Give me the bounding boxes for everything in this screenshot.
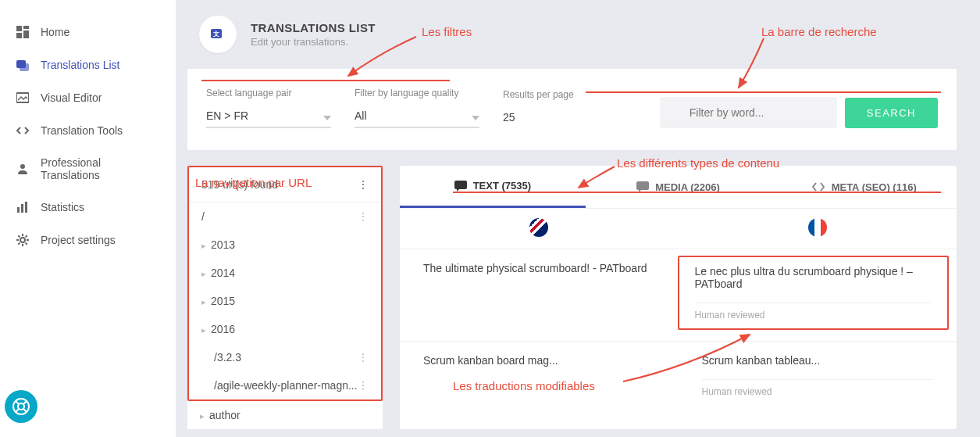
caret-right-icon: ▸ bbox=[201, 269, 206, 278]
svg-point-25 bbox=[18, 403, 24, 410]
search-button[interactable]: SEARCH bbox=[845, 98, 938, 128]
sidebar-item-label: Project settings bbox=[41, 234, 116, 246]
target-text[interactable]: Scrum kanban tableau... Human reviewed bbox=[679, 354, 957, 397]
svg-rect-5 bbox=[20, 63, 29, 71]
sidebar-item-label: Home bbox=[41, 26, 69, 38]
annotation-line bbox=[201, 80, 450, 81]
translations-panel: TEXT (7535) MEDIA (2206) META (SEO) (116… bbox=[400, 166, 957, 429]
translation-status: Human reviewed bbox=[695, 303, 932, 321]
svg-text:文: 文 bbox=[212, 30, 219, 38]
url-item[interactable]: ▸2013 bbox=[189, 231, 381, 259]
sidebar-item-statistics[interactable]: Statistics bbox=[0, 191, 176, 224]
url-item[interactable]: / ⋮ bbox=[189, 202, 381, 231]
source-text[interactable]: The ultimate physical scrumboard! - PATb… bbox=[400, 262, 684, 324]
svg-line-29 bbox=[23, 409, 27, 412]
chevron-down-icon bbox=[472, 116, 479, 120]
annotation-line bbox=[586, 91, 941, 93]
more-icon[interactable]: ⋮ bbox=[358, 351, 369, 364]
more-icon[interactable]: ⋮ bbox=[358, 379, 369, 392]
svg-rect-8 bbox=[17, 207, 20, 213]
sidebar-item-label: Translations List bbox=[41, 59, 119, 71]
search-input[interactable] bbox=[660, 97, 837, 128]
quality-select[interactable]: All bbox=[355, 109, 479, 128]
filter-results-per-page: Results per page 25 bbox=[503, 89, 597, 128]
caret-right-icon: ▸ bbox=[201, 325, 206, 335]
filter-label: Filter by language quality bbox=[355, 88, 479, 99]
flag-uk-icon bbox=[529, 218, 548, 237]
select-value: EN > FR bbox=[206, 109, 248, 122]
results-per-page-select[interactable]: 25 bbox=[503, 111, 597, 128]
annotation-line bbox=[453, 192, 941, 193]
translation-row: The ultimate physical scrumboard! - PATb… bbox=[400, 249, 957, 341]
url-item[interactable]: ▸author bbox=[187, 401, 383, 429]
main-content: 文 TRANSLATIONS LIST Edit your translatio… bbox=[176, 0, 980, 437]
svg-rect-9 bbox=[21, 204, 23, 213]
filter-label: Select language pair bbox=[206, 88, 331, 99]
svg-rect-2 bbox=[23, 30, 29, 38]
lifebuoy-icon bbox=[12, 397, 30, 416]
dashboard-icon bbox=[16, 25, 30, 39]
svg-point-11 bbox=[20, 238, 25, 242]
svg-rect-18 bbox=[636, 181, 649, 190]
sidebar-item-label: Statistics bbox=[41, 201, 84, 213]
sidebar-item-label: Translation Tools bbox=[41, 124, 123, 137]
flag-fr-icon bbox=[808, 218, 827, 237]
tab-media[interactable]: MEDIA (2206) bbox=[586, 166, 772, 208]
svg-rect-10 bbox=[25, 202, 27, 213]
more-icon[interactable]: ⋮ bbox=[358, 210, 369, 223]
translation-status: Human reviewed bbox=[702, 379, 934, 397]
svg-rect-1 bbox=[23, 26, 29, 29]
target-text[interactable]: Le nec plus ultra du scrumboard physique… bbox=[678, 256, 950, 330]
translation-row: Scrum kanban board mag... Scrum kanban t… bbox=[400, 341, 957, 414]
svg-line-28 bbox=[16, 409, 19, 412]
bar-chart-icon bbox=[16, 200, 30, 214]
tab-text[interactable]: TEXT (7535) bbox=[400, 166, 586, 208]
caret-right-icon: ▸ bbox=[200, 411, 205, 421]
chevron-down-icon bbox=[323, 116, 331, 120]
svg-line-27 bbox=[23, 401, 27, 404]
more-icon[interactable]: ⋮ bbox=[358, 178, 369, 191]
help-button[interactable] bbox=[5, 390, 37, 423]
sidebar-item-translation-tools[interactable]: Translation Tools bbox=[0, 114, 176, 147]
language-flags-row bbox=[400, 209, 957, 249]
url-found-count: 519 url(s) found ⋮ bbox=[189, 167, 381, 202]
sidebar-item-label: Visual Editor bbox=[41, 91, 102, 104]
filter-label: Results per page bbox=[503, 89, 597, 100]
person-icon bbox=[16, 162, 30, 176]
sidebar: Home Translations List Visual Editor Tra… bbox=[0, 0, 176, 437]
caret-right-icon: ▸ bbox=[201, 241, 206, 250]
search-section: SEARCH bbox=[660, 97, 938, 128]
source-text[interactable]: Scrum kanban board mag... bbox=[400, 354, 679, 397]
translate-icon bbox=[16, 58, 30, 72]
sidebar-item-home[interactable]: Home bbox=[0, 16, 176, 48]
code-icon bbox=[16, 124, 30, 138]
sidebar-item-professional-translations[interactable]: Professional Translations bbox=[0, 147, 176, 191]
caret-right-icon: ▸ bbox=[201, 297, 206, 306]
svg-point-7 bbox=[20, 164, 25, 169]
sidebar-item-project-settings[interactable]: Project settings bbox=[0, 224, 176, 256]
sidebar-item-translations-list[interactable]: Translations List bbox=[0, 48, 176, 81]
sidebar-item-visual-editor[interactable]: Visual Editor bbox=[0, 81, 176, 114]
svg-line-26 bbox=[16, 401, 19, 404]
language-pair-select[interactable]: EN > FR bbox=[206, 109, 331, 128]
content-tabs: TEXT (7535) MEDIA (2206) META (SEO) (116… bbox=[400, 166, 957, 209]
page-subtitle: Edit your translations. bbox=[251, 36, 376, 48]
select-value: 25 bbox=[503, 111, 515, 124]
chat-icon bbox=[454, 181, 467, 192]
url-item[interactable]: ▸2015 bbox=[189, 287, 381, 315]
tab-meta[interactable]: META (SEO) (116) bbox=[771, 166, 957, 208]
select-value: All bbox=[355, 109, 367, 122]
url-item[interactable]: /agile-weekly-planner-magn... ⋮ bbox=[189, 371, 381, 399]
image-icon bbox=[16, 91, 30, 105]
chat-icon bbox=[636, 181, 649, 192]
url-item[interactable]: ▸2016 bbox=[189, 315, 381, 343]
url-navigation-panel: 519 url(s) found ⋮ / ⋮ ▸2013 ▸2014 ▸2015 bbox=[187, 166, 383, 401]
svg-rect-16 bbox=[454, 181, 467, 189]
page-title: TRANSLATIONS LIST bbox=[251, 21, 376, 34]
url-item[interactable]: ▸2014 bbox=[189, 259, 381, 287]
url-item[interactable]: /3.2.3 ⋮ bbox=[189, 343, 381, 371]
page-header-icon: 文 bbox=[199, 16, 237, 53]
sidebar-item-label: Professional Translations bbox=[41, 156, 160, 181]
svg-rect-0 bbox=[16, 26, 22, 31]
filter-language-pair: Select language pair EN > FR bbox=[206, 88, 331, 128]
